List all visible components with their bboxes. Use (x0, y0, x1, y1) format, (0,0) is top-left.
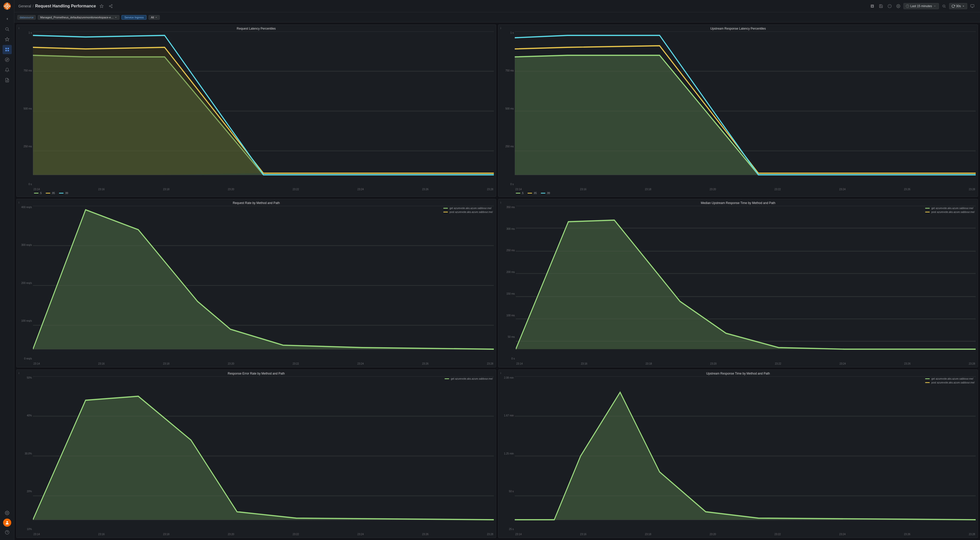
legend-upstream-05: .5 (516, 192, 523, 194)
service-ingress-filter[interactable]: Service Ingress (121, 15, 146, 20)
svg-point-25 (111, 6, 112, 8)
x-axis-request-rate: 23:14 23:16 23:18 23:20 23:22 23:24 23:2… (33, 360, 494, 365)
legend-upstream-time-get: get azurevote.aks.azure.sabbour.me/ (925, 378, 975, 380)
panel-upstream-latency-header: i Upstream Response Latency Percentiles (501, 27, 976, 30)
sidebar-item-alerting[interactable] (3, 65, 12, 75)
svg-line-8 (8, 30, 9, 31)
svg-point-24 (109, 6, 110, 6)
zoom-out-button[interactable] (940, 3, 948, 10)
service-ingress-label: Service Ingress (124, 16, 144, 19)
y-axis-upstream-time: 2.08 min 1.67 min 1.25 min 50 s 25 s (501, 376, 515, 536)
legend-color-post (443, 212, 448, 212)
panel-median-upstream-info-icon[interactable]: i (501, 201, 501, 204)
legend-upstream-latency: .5 .95 .99 (501, 191, 976, 194)
panel-request-rate-title: Request Rate by Method and Path (233, 201, 280, 205)
panel-upstream-latency-title: Upstream Response Latency Percentiles (710, 27, 765, 30)
y-axis-error-rate: 50% 40% 30.0% 20% 10% (19, 376, 33, 536)
legend-color-get (443, 208, 448, 209)
sidebar-item-reports[interactable] (3, 76, 12, 85)
dashboard-settings-button[interactable] (895, 3, 902, 10)
panel-median-upstream-header: i Median Upstream Response Time by Metho… (501, 201, 976, 205)
panel-request-rate-info-icon[interactable]: i (19, 201, 19, 204)
sidebar-item-starred[interactable] (3, 35, 12, 44)
legend-median-get: get azurevote.aks.azure.sabbour.me/ (925, 207, 975, 210)
kiosk-mode-button[interactable] (969, 3, 976, 10)
panel-upstream-time: i Upstream Response Time by Method and P… (498, 370, 978, 538)
sidebar-collapse-button[interactable] (3, 14, 12, 24)
legend-item-05: .5 (34, 192, 41, 194)
sidebar-item-explore[interactable] (3, 55, 12, 64)
sidebar (0, 0, 14, 540)
svg-rect-12 (5, 50, 6, 51)
time-range-picker[interactable]: Last 15 minutes (904, 3, 939, 9)
svg-point-14 (5, 58, 9, 62)
sidebar-item-user[interactable] (3, 519, 11, 527)
svg-point-18 (6, 513, 8, 514)
legend-post: post azurevote.aks.azure.sabbour.me/ (443, 211, 493, 213)
sidebar-item-help[interactable] (3, 528, 12, 537)
legend-color-error-get (445, 378, 449, 379)
star-dashboard-button[interactable] (98, 3, 105, 10)
chart-area-error-rate: 23:14 23:16 23:18 23:20 23:22 23:24 23:2… (33, 376, 494, 536)
sidebar-item-search[interactable] (3, 24, 12, 34)
panel-request-latency-title: Request Latency Percentiles (237, 27, 276, 30)
panel-request-latency-chart-container: 1 s 750 ms 500 ms 250 ms 0 s (19, 32, 494, 191)
all-filter-select[interactable]: All (148, 15, 160, 20)
svg-rect-13 (7, 50, 9, 51)
panel-upstream-time-info-icon[interactable]: i (501, 372, 501, 374)
legend-median-upstream: get azurevote.aks.azure.sabbour.me/ post… (925, 207, 975, 213)
sidebar-item-settings[interactable] (3, 508, 12, 518)
refresh-interval-label: 30s (956, 4, 961, 8)
panel-median-upstream: i Median Upstream Response Time by Metho… (498, 199, 978, 367)
topbar-right: Last 15 minutes 30s (869, 3, 976, 10)
panel-upstream-latency: i Upstream Response Latency Percentiles … (498, 24, 978, 197)
panel-upstream-time-chart-container: 2.08 min 1.67 min 1.25 min 50 s 25 s (501, 376, 976, 536)
filterbar: datasource Managed_Prometheus_defaultazu… (14, 12, 980, 22)
save-dashboard-button[interactable] (877, 3, 885, 10)
add-panel-button[interactable] (869, 3, 876, 10)
svg-point-19 (6, 521, 8, 522)
topbar: General / Request Handling Performance (14, 0, 980, 12)
svg-marker-15 (6, 59, 8, 61)
panel-request-rate-chart-container: 400 req/s 300 req/s 200 req/s 100 req/s … (19, 206, 494, 365)
topbar-left: General / Request Handling Performance (18, 3, 867, 10)
svg-marker-22 (100, 4, 103, 8)
chart-svg-request-rate (33, 206, 494, 365)
svg-rect-11 (7, 48, 9, 49)
legend-color-upstream-time-get (925, 378, 930, 379)
datasource-value: Managed_Prometheus_defaultazuremonitorwo… (40, 16, 114, 19)
dashboard-info-button[interactable] (886, 3, 893, 10)
breadcrumb-parent[interactable]: General (18, 4, 31, 8)
x-axis-upstream-latency: 23:14 23:16 23:18 23:20 23:22 23:24 23:2… (515, 186, 976, 191)
sidebar-item-dashboards[interactable] (3, 45, 12, 54)
main-content: General / Request Handling Performance (14, 0, 980, 540)
legend-upstream-time: get azurevote.aks.azure.sabbour.me/ post… (925, 378, 975, 384)
panel-error-rate-header: i Response Error Rate by Method and Path (19, 372, 494, 375)
panel-request-latency-header: i Request Latency Percentiles (19, 27, 494, 30)
datasource-filter-label: datasource (18, 15, 36, 20)
svg-line-27 (110, 5, 111, 6)
svg-rect-10 (5, 48, 6, 49)
share-dashboard-button[interactable] (107, 3, 115, 10)
dashboard-grid: i Request Latency Percentiles 1 s 750 ms… (14, 22, 980, 540)
legend-color-99 (59, 193, 64, 194)
y-axis-request-latency: 1 s 750 ms 500 ms 250 ms 0 s (19, 32, 33, 191)
svg-rect-36 (970, 5, 974, 7)
x-axis-median-upstream: 23:14 23:16 23:18 23:20 23:22 23:24 23:2… (516, 360, 976, 365)
legend-color-05 (34, 193, 38, 194)
panel-error-rate-info-icon[interactable]: i (19, 372, 19, 374)
panel-upstream-info-icon[interactable]: i (501, 27, 501, 30)
panel-upstream-time-header: i Upstream Response Time by Method and P… (501, 372, 976, 375)
chart-area-upstream-time: 23:14 23:16 23:18 23:20 23:22 23:24 23:2… (515, 376, 976, 536)
datasource-filter-select[interactable]: Managed_Prometheus_defaultazuremonitorwo… (38, 15, 119, 20)
page-title: Request Handling Performance (35, 4, 96, 8)
refresh-button[interactable]: 30s (949, 3, 967, 9)
panel-info-icon[interactable]: i (19, 27, 19, 30)
svg-line-34 (945, 7, 945, 8)
svg-marker-9 (5, 38, 9, 41)
chart-area-upstream-latency: 23:14 23:16 23:18 23:20 23:22 23:24 23:2… (515, 32, 976, 191)
panel-median-upstream-chart-container: 350 ms 300 ms 250 ms 200 ms 150 ms 100 m… (501, 206, 976, 365)
grafana-logo[interactable] (3, 2, 11, 10)
legend-request-rate: get azurevote.aks.azure.sabbour.me/ post… (443, 207, 493, 213)
sidebar-bottom (3, 508, 12, 538)
